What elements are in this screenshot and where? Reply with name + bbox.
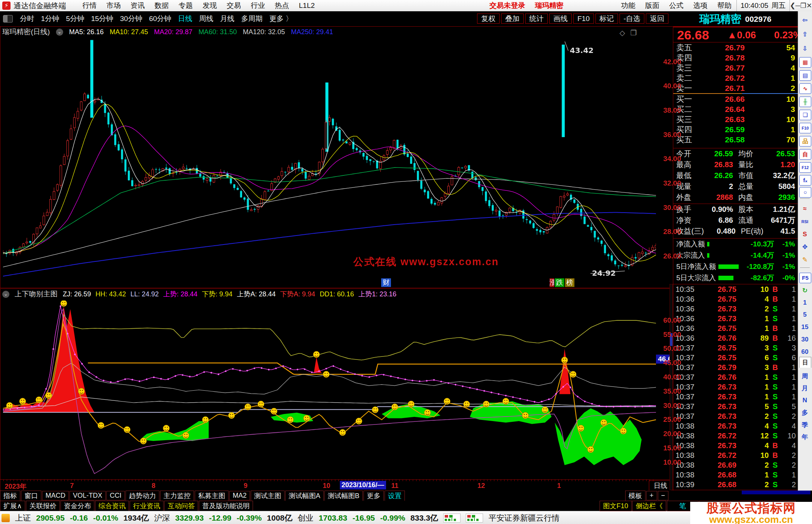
sell-row[interactable]: 卖二26.721 xyxy=(673,73,798,83)
wave-icon[interactable]: ≈ xyxy=(799,204,810,214)
period-分时[interactable]: 分时 xyxy=(20,15,34,23)
tick-row[interactable]: 10:3626.7689B16 xyxy=(673,333,798,343)
tab-设置[interactable]: 设置 xyxy=(385,491,405,501)
period-月线[interactable]: 月线 xyxy=(220,15,235,23)
tick-row[interactable]: 10:3526.7510B1 xyxy=(673,284,798,294)
tab-测试主图[interactable]: 测试主图 xyxy=(251,491,285,501)
tick-row[interactable]: 10:3826.7210B2 xyxy=(673,450,798,460)
menu-item-行情[interactable]: 行情 xyxy=(82,2,97,9)
menu-item-交易[interactable]: 交易 xyxy=(227,2,241,9)
tick-row[interactable]: 10:3826.734B4 xyxy=(673,441,798,450)
buy-row[interactable]: 买四26.591 xyxy=(673,124,798,134)
tick-row[interactable]: 10:3726.735S5 xyxy=(673,402,798,411)
tab-MACD[interactable]: MACD xyxy=(42,491,69,500)
f10-button[interactable]: F10 xyxy=(799,123,811,133)
chart-badge-跌[interactable]: 跌 xyxy=(555,278,564,287)
period-日线[interactable]: 日线 xyxy=(178,15,192,23)
tick-row[interactable]: 10:3826.692S2 xyxy=(673,460,798,470)
period-更多 〉[interactable]: 更多 〉 xyxy=(270,15,293,23)
s-icon[interactable]: S xyxy=(799,229,810,240)
menu-item-公式[interactable]: 公式 xyxy=(669,2,683,9)
tab-更多[interactable]: 更多 xyxy=(364,491,384,501)
tick-row[interactable]: 10:3726.731S1 xyxy=(673,382,798,392)
tick-row[interactable]: 10:3826.734S4 xyxy=(673,421,798,431)
formula-icon[interactable]: f᙮ xyxy=(799,175,811,186)
indicator-chevron-icon[interactable]: ⌄ xyxy=(2,291,9,298)
menu-item-热点[interactable]: 热点 xyxy=(275,2,289,9)
indicator-canvas[interactable] xyxy=(3,301,656,479)
layout-icon[interactable] xyxy=(3,15,13,23)
period-multi[interactable]: 多 xyxy=(799,408,810,418)
button-+[interactable]: + xyxy=(646,491,657,500)
tab-关联报价[interactable]: 关联报价 xyxy=(26,501,60,511)
tab-扩展∧[interactable]: 扩展∧ xyxy=(0,501,25,511)
tick-row[interactable]: 10:3726.793B1 xyxy=(673,362,798,372)
menu-item-选项[interactable]: 选项 xyxy=(693,2,707,9)
period-60分钟[interactable]: 60分钟 xyxy=(149,15,171,23)
sell-row[interactable]: 卖三26.774 xyxy=(673,63,798,73)
trend-chart-icon[interactable]: ∿ xyxy=(799,83,811,94)
period-60[interactable]: 60 xyxy=(799,347,810,357)
period-5分钟[interactable]: 5分钟 xyxy=(66,15,85,23)
tick-list[interactable]: 10:3526.7510B110:3626.754B110:3626.732S1… xyxy=(673,284,798,490)
toolbar-button-标记[interactable]: 标记 xyxy=(595,14,618,24)
zixuan-button[interactable]: 自 xyxy=(799,149,811,160)
period-15[interactable]: 15 xyxy=(799,322,810,332)
menu-item-帮助[interactable]: 帮助 xyxy=(717,2,732,9)
move-icon[interactable]: ✥ xyxy=(799,242,810,252)
info-docs-icon[interactable]: ❏ xyxy=(799,110,811,120)
scroll-up-icon[interactable]: ⇧ xyxy=(799,29,810,40)
close-icon[interactable]: ✕ xyxy=(806,2,812,9)
login-status[interactable]: 交易未登录 xyxy=(489,1,525,11)
toolbar-button-叠加[interactable]: 叠加 xyxy=(501,14,524,24)
period-year[interactable]: 年 xyxy=(799,432,810,442)
button-图文F10[interactable]: 图文F10 xyxy=(600,501,632,511)
toolbar-button--自选[interactable]: -自选 xyxy=(620,14,644,24)
collapse-icon[interactable]: ❮ xyxy=(790,2,795,9)
sell-row[interactable]: 卖五26.7954 xyxy=(673,42,798,53)
report-icon[interactable]: ▦ xyxy=(799,57,811,68)
chart-badge-榜[interactable]: 榜 xyxy=(565,278,574,287)
period-周线[interactable]: 周线 xyxy=(199,15,214,23)
tick-row[interactable]: 10:3626.732S1 xyxy=(673,304,798,314)
diamond-icon[interactable]: ◇ xyxy=(620,29,625,37)
period-season[interactable]: 季 xyxy=(799,420,810,430)
tick-row[interactable]: 10:3726.731S1 xyxy=(673,392,798,402)
back-arrow-icon[interactable]: ⇦ xyxy=(799,15,810,26)
sell-row[interactable]: 卖四26.789 xyxy=(673,53,798,63)
period-n[interactable]: N xyxy=(799,395,810,406)
tick-row[interactable]: 10:3626.754B1 xyxy=(673,294,798,304)
chart-badge-财[interactable]: 财 xyxy=(381,278,391,287)
sell-row[interactable]: 卖一26.712 xyxy=(673,83,798,93)
buy-row[interactable]: 买五26.5870 xyxy=(673,134,798,145)
toolbar-button-复权[interactable]: 复权 xyxy=(477,14,500,24)
collapse-chevron-icon[interactable]: ⌄ xyxy=(56,29,63,36)
tab-趋势动力[interactable]: 趋势动力 xyxy=(126,491,159,501)
scroll-down-icon[interactable]: ⇩ xyxy=(799,44,810,54)
tab-行业资讯[interactable]: 行业资讯 xyxy=(130,501,164,511)
tab-资金分布[interactable]: 资金分布 xyxy=(61,501,94,511)
menu-item-专题[interactable]: 专题 xyxy=(179,2,193,9)
tab-综合资讯[interactable]: 综合资讯 xyxy=(95,501,129,511)
toolbar-button-F10[interactable]: F10 xyxy=(573,14,594,24)
button-侧边栏《[interactable]: 侧边栏《 xyxy=(632,501,666,511)
toolbar-button-画线[interactable]: 画线 xyxy=(549,14,572,24)
tab-VOL-TDX[interactable]: VOL-TDX xyxy=(70,491,106,500)
tick-row[interactable]: 10:3826.681S1 xyxy=(673,470,798,480)
circle-icon[interactable]: ○ xyxy=(799,187,811,198)
period-15分钟[interactable]: 15分钟 xyxy=(91,15,113,23)
quote-table-icon[interactable]: ▤ xyxy=(799,70,811,81)
rsi-button[interactable]: RSI xyxy=(799,216,810,227)
tick-row[interactable]: 10:3926.682S2 xyxy=(673,480,798,489)
toolbar-button-统计[interactable]: 统计 xyxy=(525,14,548,24)
tick-row[interactable]: 10:3726.753S3 xyxy=(673,343,798,353)
tick-row[interactable]: 10:3626.731S1 xyxy=(673,314,798,323)
menu-item-数据[interactable]: 数据 xyxy=(155,2,169,9)
tab-CCI[interactable]: CCI xyxy=(106,491,125,500)
menu-item-版面[interactable]: 版面 xyxy=(645,2,659,9)
period-30[interactable]: 30 xyxy=(799,334,810,345)
tick-row[interactable]: 10:3726.756S6 xyxy=(673,353,798,362)
chart-badge-涨[interactable]: 涨 xyxy=(550,278,554,287)
period-1分钟[interactable]: 1分钟 xyxy=(41,15,59,23)
tab-主力监控[interactable]: 主力监控 xyxy=(160,491,194,501)
